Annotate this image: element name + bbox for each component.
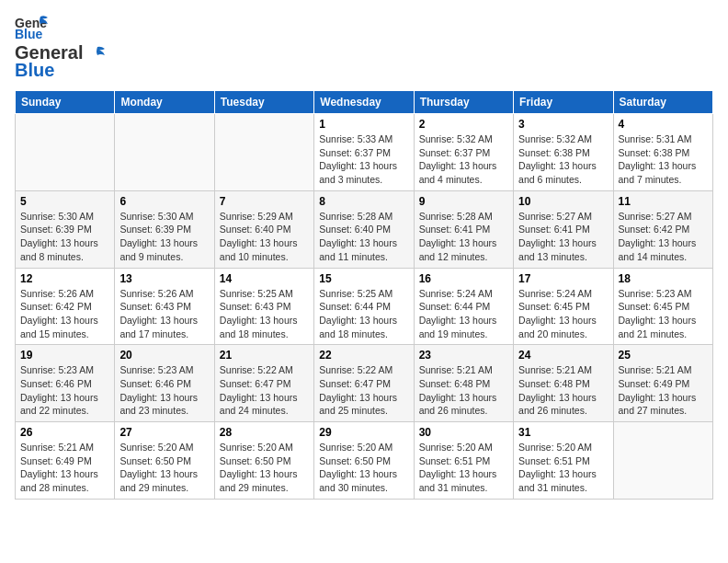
calendar-week-row: 1Sunrise: 5:33 AMSunset: 6:37 PMDaylight…	[16, 114, 713, 191]
day-number: 18	[619, 272, 708, 285]
day-number: 30	[419, 426, 508, 439]
calendar-cell: 19Sunrise: 5:23 AMSunset: 6:46 PMDayligh…	[16, 345, 115, 422]
day-info: Sunrise: 5:20 AMSunset: 6:51 PMDaylight:…	[419, 441, 508, 495]
calendar-cell: 20Sunrise: 5:23 AMSunset: 6:46 PMDayligh…	[115, 345, 214, 422]
day-number: 7	[220, 195, 309, 208]
day-info: Sunrise: 5:27 AMSunset: 6:42 PMDaylight:…	[619, 210, 708, 264]
day-info: Sunrise: 5:23 AMSunset: 6:46 PMDaylight:…	[20, 363, 109, 418]
day-number: 15	[319, 272, 408, 285]
day-number: 25	[619, 349, 708, 362]
calendar-cell: 14Sunrise: 5:25 AMSunset: 6:43 PMDayligh…	[214, 268, 313, 345]
day-number: 10	[518, 195, 608, 208]
day-number: 4	[619, 118, 708, 131]
day-info: Sunrise: 5:20 AMSunset: 6:50 PMDaylight:…	[220, 441, 309, 495]
day-number: 20	[119, 349, 209, 362]
calendar-cell: 5Sunrise: 5:30 AMSunset: 6:39 PMDaylight…	[16, 190, 115, 268]
day-info: Sunrise: 5:20 AMSunset: 6:51 PMDaylight:…	[518, 441, 608, 495]
day-number: 13	[119, 272, 209, 285]
day-info: Sunrise: 5:28 AMSunset: 6:40 PMDaylight:…	[319, 210, 408, 264]
logo-blue: Blue	[15, 60, 54, 81]
day-info: Sunrise: 5:26 AMSunset: 6:42 PMDaylight:…	[20, 287, 109, 341]
day-info: Sunrise: 5:32 AMSunset: 6:38 PMDaylight:…	[518, 132, 608, 187]
calendar-cell: 8Sunrise: 5:28 AMSunset: 6:40 PMDaylight…	[314, 190, 414, 268]
calendar-cell: 21Sunrise: 5:22 AMSunset: 6:47 PMDayligh…	[214, 345, 313, 422]
calendar-cell: 26Sunrise: 5:21 AMSunset: 6:49 PMDayligh…	[16, 422, 115, 500]
column-header-wednesday: Wednesday	[314, 91, 414, 114]
calendar-week-row: 12Sunrise: 5:26 AMSunset: 6:42 PMDayligh…	[16, 268, 713, 345]
calendar-cell: 22Sunrise: 5:22 AMSunset: 6:47 PMDayligh…	[314, 345, 414, 422]
calendar-cell: 13Sunrise: 5:26 AMSunset: 6:43 PMDayligh…	[115, 268, 214, 345]
calendar-cell: 31Sunrise: 5:20 AMSunset: 6:51 PMDayligh…	[514, 422, 613, 500]
day-number: 17	[518, 272, 608, 285]
calendar-cell: 30Sunrise: 5:20 AMSunset: 6:51 PMDayligh…	[414, 422, 513, 500]
day-info: Sunrise: 5:29 AMSunset: 6:40 PMDaylight:…	[220, 210, 309, 264]
calendar-cell: 11Sunrise: 5:27 AMSunset: 6:42 PMDayligh…	[613, 190, 712, 268]
day-number: 27	[119, 426, 209, 439]
day-number: 12	[20, 272, 109, 285]
day-info: Sunrise: 5:23 AMSunset: 6:46 PMDaylight:…	[119, 363, 209, 418]
day-number: 1	[319, 118, 408, 131]
day-number: 19	[20, 349, 109, 362]
calendar-table: SundayMondayTuesdayWednesdayThursdayFrid…	[15, 90, 713, 500]
day-number: 28	[220, 426, 309, 439]
day-info: Sunrise: 5:26 AMSunset: 6:43 PMDaylight:…	[119, 287, 209, 341]
day-info: Sunrise: 5:30 AMSunset: 6:39 PMDaylight:…	[119, 210, 209, 264]
day-number: 23	[419, 349, 508, 362]
day-info: Sunrise: 5:20 AMSunset: 6:50 PMDaylight:…	[319, 441, 408, 495]
column-header-tuesday: Tuesday	[214, 91, 313, 114]
day-number: 8	[319, 195, 408, 208]
calendar-cell: 27Sunrise: 5:20 AMSunset: 6:50 PMDayligh…	[115, 422, 214, 500]
calendar-header-row: SundayMondayTuesdayWednesdayThursdayFrid…	[16, 91, 713, 114]
day-info: Sunrise: 5:21 AMSunset: 6:48 PMDaylight:…	[419, 363, 508, 418]
day-info: Sunrise: 5:28 AMSunset: 6:41 PMDaylight:…	[419, 210, 508, 264]
day-info: Sunrise: 5:24 AMSunset: 6:44 PMDaylight:…	[419, 287, 508, 341]
calendar-cell: 16Sunrise: 5:24 AMSunset: 6:44 PMDayligh…	[414, 268, 513, 345]
calendar-cell: 1Sunrise: 5:33 AMSunset: 6:37 PMDaylight…	[314, 114, 414, 191]
day-number: 9	[419, 195, 508, 208]
column-header-friday: Friday	[514, 91, 613, 114]
day-number: 26	[20, 426, 109, 439]
day-info: Sunrise: 5:21 AMSunset: 6:49 PMDaylight:…	[20, 441, 109, 495]
calendar-cell: 15Sunrise: 5:25 AMSunset: 6:44 PMDayligh…	[314, 268, 414, 345]
day-info: Sunrise: 5:21 AMSunset: 6:48 PMDaylight:…	[518, 363, 608, 418]
day-info: Sunrise: 5:25 AMSunset: 6:43 PMDaylight:…	[220, 287, 309, 341]
day-number: 5	[20, 195, 109, 208]
calendar-cell: 25Sunrise: 5:21 AMSunset: 6:49 PMDayligh…	[613, 345, 712, 422]
calendar-cell: 4Sunrise: 5:31 AMSunset: 6:38 PMDaylight…	[613, 114, 712, 191]
day-number: 16	[419, 272, 508, 285]
day-info: Sunrise: 5:27 AMSunset: 6:41 PMDaylight:…	[518, 210, 608, 264]
day-number: 24	[518, 349, 608, 362]
calendar-cell: 7Sunrise: 5:29 AMSunset: 6:40 PMDaylight…	[214, 190, 313, 268]
column-header-sunday: Sunday	[16, 91, 115, 114]
day-number: 29	[319, 426, 408, 439]
calendar-week-row: 19Sunrise: 5:23 AMSunset: 6:46 PMDayligh…	[16, 345, 713, 422]
day-number: 6	[119, 195, 209, 208]
calendar-cell: 10Sunrise: 5:27 AMSunset: 6:41 PMDayligh…	[514, 190, 613, 268]
column-header-saturday: Saturday	[613, 91, 712, 114]
day-info: Sunrise: 5:24 AMSunset: 6:45 PMDaylight:…	[518, 287, 608, 341]
logo-bird-icon	[85, 46, 105, 61]
calendar-cell	[16, 114, 115, 191]
day-info: Sunrise: 5:22 AMSunset: 6:47 PMDaylight:…	[319, 363, 408, 418]
column-header-thursday: Thursday	[414, 91, 513, 114]
logo: General Blue General Blue	[15, 15, 105, 81]
day-number: 14	[220, 272, 309, 285]
day-number: 11	[619, 195, 708, 208]
day-info: Sunrise: 5:22 AMSunset: 6:47 PMDaylight:…	[220, 363, 309, 418]
calendar-cell: 28Sunrise: 5:20 AMSunset: 6:50 PMDayligh…	[214, 422, 313, 500]
calendar-cell	[214, 114, 313, 191]
logo-icon: General Blue	[15, 15, 48, 40]
calendar-cell: 2Sunrise: 5:32 AMSunset: 6:37 PMDaylight…	[414, 114, 513, 191]
calendar-cell: 6Sunrise: 5:30 AMSunset: 6:39 PMDaylight…	[115, 190, 214, 268]
column-header-monday: Monday	[115, 91, 214, 114]
calendar-cell	[115, 114, 214, 191]
calendar-cell	[613, 422, 712, 500]
day-number: 31	[518, 426, 608, 439]
page-header: General Blue General Blue	[15, 15, 713, 81]
calendar-week-row: 26Sunrise: 5:21 AMSunset: 6:49 PMDayligh…	[16, 422, 713, 500]
calendar-cell: 9Sunrise: 5:28 AMSunset: 6:41 PMDaylight…	[414, 190, 513, 268]
calendar-cell: 18Sunrise: 5:23 AMSunset: 6:45 PMDayligh…	[613, 268, 712, 345]
calendar-week-row: 5Sunrise: 5:30 AMSunset: 6:39 PMDaylight…	[16, 190, 713, 268]
day-info: Sunrise: 5:33 AMSunset: 6:37 PMDaylight:…	[319, 132, 408, 187]
day-info: Sunrise: 5:21 AMSunset: 6:49 PMDaylight:…	[619, 363, 708, 418]
